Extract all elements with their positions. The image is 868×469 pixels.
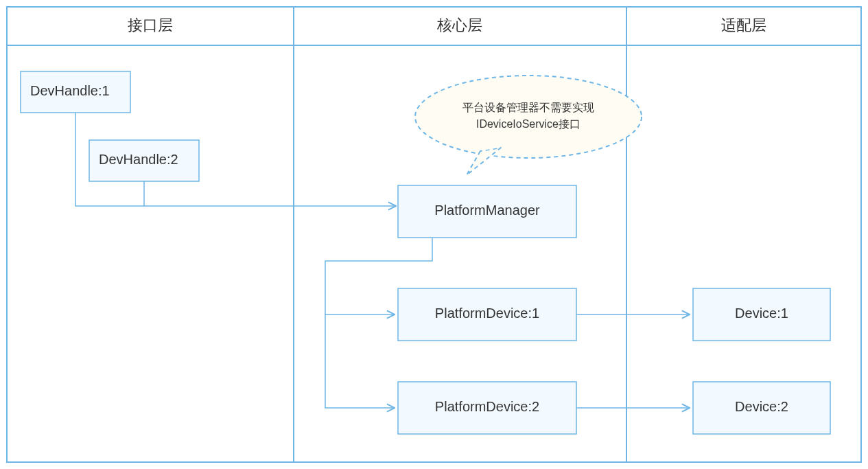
label-devhandle2: DevHandle:2: [99, 152, 178, 167]
header-core: 核心层: [436, 16, 482, 34]
label-device1: Device:1: [735, 306, 788, 321]
label-platformdevice2: PlatformDevice:2: [435, 399, 539, 414]
label-platformmanager: PlatformManager: [434, 203, 540, 218]
callout-bubble: 平台设备管理器不需要实现 IDeviceIoService接口: [415, 76, 642, 175]
label-devhandle1: DevHandle:1: [30, 83, 110, 98]
label-device2: Device:2: [735, 399, 788, 414]
svg-point-0: [415, 76, 642, 158]
architecture-diagram: 接口层 核心层 适配层 DevHandle:1 DevHandle:2 Plat…: [0, 0, 868, 469]
edge-pm-pd2: [325, 314, 394, 408]
callout-line1: 平台设备管理器不需要实现: [462, 102, 594, 113]
label-platformdevice1: PlatformDevice:1: [435, 306, 539, 321]
header-adapter: 适配层: [721, 16, 766, 34]
header-interface: 接口层: [128, 16, 173, 34]
callout-line2: IDeviceIoService接口: [476, 118, 580, 130]
